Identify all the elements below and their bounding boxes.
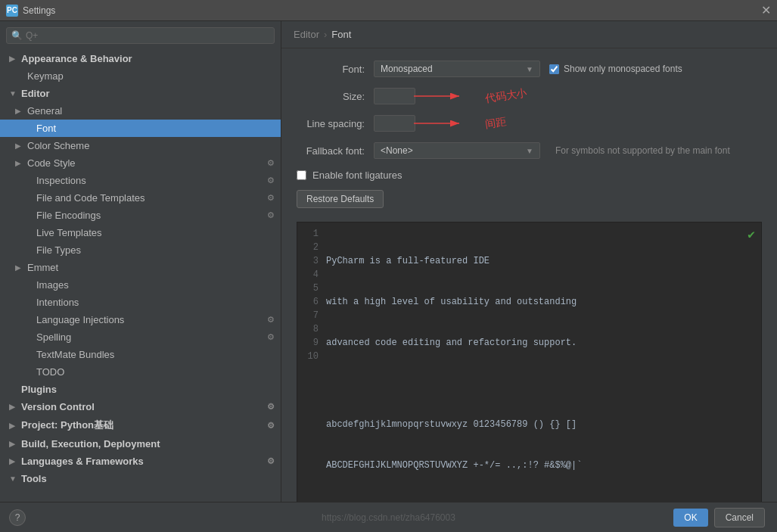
sidebar-item-label: Keymap <box>27 70 64 82</box>
ligatures-checkbox[interactable] <box>297 170 306 180</box>
fallback-label: Fallback font: <box>297 145 365 157</box>
ligatures-label: Enable font ligatures <box>312 170 402 181</box>
font-select-value: Monospaced <box>381 64 433 74</box>
line-spacing-row: Line spacing: 1.0 间距 <box>297 115 762 132</box>
sidebar-item-emmet[interactable]: ▶ Emmet <box>0 259 281 276</box>
font-select-dropdown[interactable]: Monospaced ▼ <box>374 61 540 77</box>
sidebar-item-label: General <box>27 105 62 117</box>
settings-icon: ⚙ <box>267 456 275 466</box>
cancel-button[interactable]: Cancel <box>714 508 765 527</box>
sidebar-item-language-injections[interactable]: Language Injections ⚙ <box>0 311 281 328</box>
sidebar-item-tools[interactable]: ▼ Tools <box>0 470 281 487</box>
expand-arrow: ▶ <box>15 107 24 115</box>
sidebar-item-version-control[interactable]: ▶ Version Control ⚙ <box>0 398 281 415</box>
settings-icon: ⚙ <box>267 315 275 325</box>
sidebar-item-file-encodings[interactable]: File Encodings ⚙ <box>0 207 281 224</box>
expand-arrow: ▶ <box>9 403 18 411</box>
spacing-annotation-text: 间距 <box>484 115 507 132</box>
sidebar-item-images[interactable]: Images <box>0 276 281 294</box>
breadcrumb-separator: › <box>324 29 327 40</box>
search-input[interactable] <box>26 30 269 41</box>
font-label: Font: <box>297 64 365 75</box>
sidebar-item-label: Emmet <box>27 262 58 273</box>
check-mark-icon: ✔ <box>747 227 755 242</box>
expand-arrow: ▼ <box>9 474 18 483</box>
sidebar-item-plugins[interactable]: Plugins <box>0 381 281 398</box>
settings-icon: ⚙ <box>267 158 275 168</box>
sidebar-item-font[interactable]: Font <box>0 120 281 137</box>
ligatures-row: Enable font ligatures <box>297 170 762 181</box>
sidebar-item-code-style[interactable]: ▶ Code Style ⚙ <box>0 154 281 172</box>
titlebar-left: PC Settings <box>6 5 55 17</box>
fallback-font-value: <None> <box>381 145 413 156</box>
sidebar-item-label: File Encodings <box>36 210 101 221</box>
line-spacing-input[interactable]: 1.0 <box>374 115 415 132</box>
show-monospaced-label[interactable]: Show only monospaced fonts <box>549 64 682 74</box>
sidebar-item-build[interactable]: ▶ Build, Execution, Deployment <box>0 435 281 453</box>
settings-icon: ⚙ <box>267 332 275 342</box>
sidebar-item-file-types[interactable]: File Types <box>0 241 281 259</box>
sidebar-item-label: Intentions <box>36 297 79 308</box>
sidebar-item-label: Spelling <box>36 331 71 343</box>
app-icon: PC <box>6 5 18 17</box>
expand-arrow: ▶ <box>15 263 24 272</box>
close-button[interactable]: ✕ <box>761 5 771 17</box>
size-input[interactable]: 12 <box>374 88 415 104</box>
sidebar-item-file-code-templates[interactable]: File and Code Templates ⚙ <box>0 189 281 207</box>
size-label: Size: <box>297 91 365 102</box>
sidebar-item-keymap[interactable]: Keymap <box>0 67 281 85</box>
restore-defaults-button[interactable]: Restore Defaults <box>297 190 384 208</box>
sidebar-item-label: Color Scheme <box>27 140 89 151</box>
expand-arrow: ▶ <box>9 54 18 63</box>
sidebar-item-project[interactable]: ▶ Project: Python基础 ⚙ <box>0 415 281 435</box>
fallback-row: Fallback font: <None> ▼ For symbols not … <box>297 142 762 159</box>
line-spacing-label: Line spacing: <box>297 118 365 129</box>
sidebar-item-label: Languages & Frameworks <box>21 456 144 467</box>
settings-icon: ⚙ <box>267 193 275 203</box>
breadcrumb-parent: Editor <box>294 29 319 40</box>
content-inner: Font: Monospaced ▼ Show only monospaced … <box>281 48 777 532</box>
settings-icon: ⚙ <box>267 402 275 412</box>
breadcrumb: Editor › Font <box>281 21 777 48</box>
expand-arrow: ▶ <box>9 457 18 465</box>
expand-arrow: ▶ <box>15 142 24 150</box>
sidebar-item-appearance[interactable]: ▶ Appearance & Behavior <box>0 50 281 67</box>
sidebar-item-label: File Types <box>36 244 81 256</box>
settings-icon: ⚙ <box>267 421 275 431</box>
expand-arrow: ▶ <box>15 159 24 167</box>
sidebar-item-label: Language Injections <box>36 314 124 325</box>
search-box[interactable]: 🔍 <box>6 27 275 44</box>
sidebar-item-label: Version Control <box>21 401 95 412</box>
help-button[interactable]: ? <box>9 509 26 526</box>
size-row: Size: 12 代码大小 <box>297 88 762 104</box>
watermark: https://blog.csdn.net/zha6476003 <box>322 512 455 523</box>
settings-icon: ⚙ <box>267 176 275 185</box>
sidebar-item-live-templates[interactable]: Live Templates <box>0 224 281 241</box>
font-row: Font: Monospaced ▼ Show only monospaced … <box>297 61 762 77</box>
sidebar-item-editor[interactable]: ▼ Editor <box>0 85 281 102</box>
sidebar-item-general[interactable]: ▶ General <box>0 102 281 120</box>
sidebar-item-label: Inspections <box>36 175 86 186</box>
sidebar-item-label: Tools <box>21 473 47 484</box>
sidebar-item-spelling[interactable]: Spelling ⚙ <box>0 328 281 346</box>
titlebar: PC Settings ✕ <box>0 0 777 21</box>
fallback-font-dropdown[interactable]: <None> ▼ <box>374 142 540 159</box>
preview-area: 1 2 3 4 5 6 7 8 9 10 PyCharm is a full-f… <box>297 222 762 532</box>
font-dropdown-arrow: ▼ <box>526 65 533 73</box>
code-preview-text: PyCharm is a full-featured IDE with a hi… <box>326 227 755 532</box>
spacing-annotation-arrow <box>414 112 550 135</box>
sidebar-item-label: Build, Execution, Deployment <box>21 438 160 450</box>
sidebar-item-inspections[interactable]: Inspections ⚙ <box>0 172 281 189</box>
sidebar-item-label: Live Templates <box>36 227 101 238</box>
sidebar-item-label: Images <box>36 279 69 291</box>
sidebar-item-todo[interactable]: TODO <box>0 363 281 381</box>
sidebar-item-textmate[interactable]: TextMate Bundles <box>0 346 281 363</box>
show-monospaced-checkbox[interactable] <box>549 64 559 74</box>
sidebar-item-color-scheme[interactable]: ▶ Color Scheme <box>0 137 281 154</box>
expand-arrow: ▼ <box>9 89 18 98</box>
content-panel: Editor › Font Font: Monospaced ▼ Show on… <box>281 21 777 502</box>
ok-button[interactable]: OK <box>673 509 707 527</box>
sidebar-item-languages[interactable]: ▶ Languages & Frameworks ⚙ <box>0 453 281 470</box>
titlebar-title: Settings <box>23 5 55 16</box>
sidebar-item-intentions[interactable]: Intentions <box>0 294 281 311</box>
